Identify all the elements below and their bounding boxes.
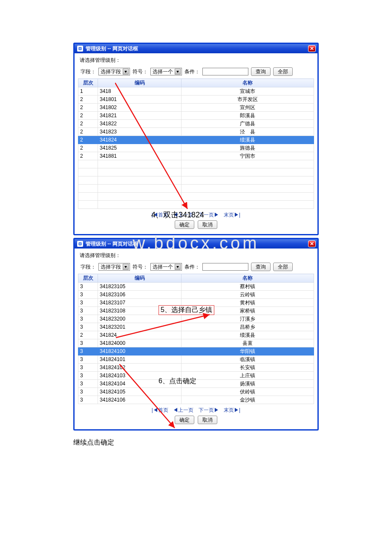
table-row[interactable]: 3341824000县直	[78, 339, 314, 347]
name-cell: 临溪镇	[182, 356, 314, 364]
next-page-link[interactable]: 下一页▶	[199, 407, 219, 413]
table-row[interactable]: 2341802宣州区	[78, 104, 314, 112]
level-cell: 3	[78, 380, 98, 388]
level-cell: 3	[78, 283, 98, 291]
table-row[interactable]: 13418宣城市	[78, 87, 314, 95]
name-cell: 昌桥乡	[182, 323, 314, 331]
close-icon[interactable]: ✕	[308, 240, 316, 247]
symbol-select[interactable]: 选择一个	[150, 263, 182, 271]
code-cell: 341823106	[98, 291, 182, 299]
ie-icon	[77, 46, 83, 52]
condition-input[interactable]	[202, 68, 248, 75]
table-row[interactable]: 2341823泾 县	[78, 128, 314, 136]
next-page-link[interactable]: 下一页▶	[199, 212, 219, 218]
name-cell: 宣州区	[182, 104, 314, 112]
level-cell: 1	[78, 87, 98, 95]
level-cell: 2	[78, 112, 98, 120]
code-cell: 341824100	[98, 347, 182, 356]
code-cell: 341824104	[98, 380, 182, 388]
code-cell: 341822	[98, 120, 182, 128]
all-button[interactable]: 全部	[273, 263, 293, 271]
symbol-select-value: 选择一个	[153, 68, 173, 75]
filter-row: 字段： 选择字段 符号： 选择一个 条件： 查询 全部	[81, 67, 314, 76]
name-cell: 县直	[182, 339, 314, 347]
table-row[interactable]: 2341824绩溪县	[78, 331, 314, 339]
table-row[interactable]: 3341824100华阳镇	[78, 347, 314, 356]
name-cell: 绩溪县	[182, 331, 314, 339]
results-table-2: 层次 编码 名称 3341823105蔡村镇3341823106云岭镇33418…	[78, 274, 314, 404]
query-button[interactable]: 查询	[251, 67, 271, 76]
prev-page-link[interactable]: ◀上一页	[173, 212, 193, 218]
field-label: 字段：	[81, 263, 96, 271]
table-row[interactable]: 3341824102长安镇	[78, 364, 314, 372]
code-cell: 341824101	[98, 356, 182, 364]
table-row[interactable]: 3341824106金沙镇	[78, 396, 314, 404]
ok-button[interactable]: 确定	[175, 220, 194, 229]
ok-button[interactable]: 确定	[175, 416, 194, 424]
prev-page-link[interactable]: ◀上一页	[173, 407, 193, 413]
level-cell: 2	[78, 104, 98, 112]
table-row[interactable]: 3341824101临溪镇	[78, 356, 314, 364]
code-cell: 341823107	[98, 299, 182, 307]
table-row[interactable]: 3341824105伏岭镇	[78, 388, 314, 396]
table-row-empty	[78, 168, 314, 176]
field-select[interactable]: 选择字段	[98, 68, 130, 75]
col-level-header[interactable]: 层次	[78, 274, 98, 283]
table-row[interactable]: 3341823200汀溪乡	[78, 315, 314, 323]
table-row[interactable]: 3341823106云岭镇	[78, 291, 314, 299]
name-cell: 家桥镇	[182, 307, 314, 315]
table-row[interactable]: 2341824绩溪县	[78, 136, 314, 144]
table-row[interactable]: 2341825旌德县	[78, 144, 314, 152]
name-cell: 汀溪乡	[182, 315, 314, 323]
titlebar: 管理级别 -- 网页对话框 ✕	[75, 239, 317, 249]
code-cell: 341824000	[98, 339, 182, 347]
all-button[interactable]: 全部	[273, 67, 293, 76]
condition-label: 条件：	[184, 263, 200, 271]
table-row[interactable]: 3341824104扬溪镇	[78, 380, 314, 388]
col-name-header[interactable]: 名称	[182, 79, 314, 87]
symbol-select[interactable]: 选择一个	[150, 68, 182, 75]
col-level-header[interactable]: 层次	[78, 79, 98, 87]
pager: |◀首页 ◀上一页 下一页▶ 末页▶|	[78, 211, 314, 219]
condition-input[interactable]	[202, 263, 248, 271]
col-name-header[interactable]: 名称	[182, 274, 314, 283]
table-row[interactable]: 3341824103上庄镇	[78, 372, 314, 380]
table-row-empty	[78, 201, 314, 209]
first-page-link[interactable]: |◀首页	[152, 407, 168, 413]
code-cell: 341825	[98, 144, 182, 152]
col-code-header[interactable]: 编码	[98, 274, 182, 283]
name-cell: 宁国市	[182, 152, 314, 160]
table-row[interactable]: 2341881宁国市	[78, 152, 314, 160]
code-cell: 341824105	[98, 388, 182, 396]
dialog-title: 管理级别 -- 网页对话框	[86, 240, 306, 248]
table-row[interactable]: 3341823201昌桥乡	[78, 323, 314, 331]
col-code-header[interactable]: 编码	[98, 79, 182, 87]
level-cell: 2	[78, 128, 98, 136]
symbol-label: 符号：	[133, 68, 148, 75]
cancel-button[interactable]: 取消	[198, 416, 217, 424]
chevron-down-icon	[123, 264, 129, 270]
table-row[interactable]: 2341822广德县	[78, 120, 314, 128]
query-button[interactable]: 查询	[251, 263, 271, 271]
name-cell: 宣城市	[182, 87, 314, 95]
name-cell: 云岭镇	[182, 291, 314, 299]
last-page-link[interactable]: 末页▶|	[224, 212, 240, 218]
pager: |◀首页 ◀上一页 下一页▶ 末页▶|	[78, 407, 314, 414]
last-page-link[interactable]: 末页▶|	[224, 407, 240, 413]
table-row[interactable]: 2341821郎溪县	[78, 112, 314, 120]
cancel-button[interactable]: 取消	[198, 220, 217, 229]
table-row[interactable]: 3341823107黄村镇	[78, 299, 314, 307]
first-page-link[interactable]: |◀首页	[152, 212, 168, 218]
table-row[interactable]: 3341823108家桥镇	[78, 307, 314, 315]
field-select[interactable]: 选择字段	[98, 263, 130, 271]
code-cell: 341824102	[98, 364, 182, 372]
close-icon[interactable]: ✕	[308, 45, 316, 52]
code-cell: 341821	[98, 112, 182, 120]
code-cell: 341824106	[98, 396, 182, 404]
table-row[interactable]: 2341801市开发区	[78, 95, 314, 104]
table-row[interactable]: 3341823105蔡村镇	[78, 283, 314, 291]
code-cell: 341824103	[98, 372, 182, 380]
dialog-title: 管理级别 -- 网页对话框	[86, 45, 306, 52]
dialog-2: w.bdocx.com 管理级别 -- 网页对话框 ✕ 请选择管理级别： 字段：…	[73, 238, 319, 431]
level-cell: 2	[78, 331, 98, 339]
